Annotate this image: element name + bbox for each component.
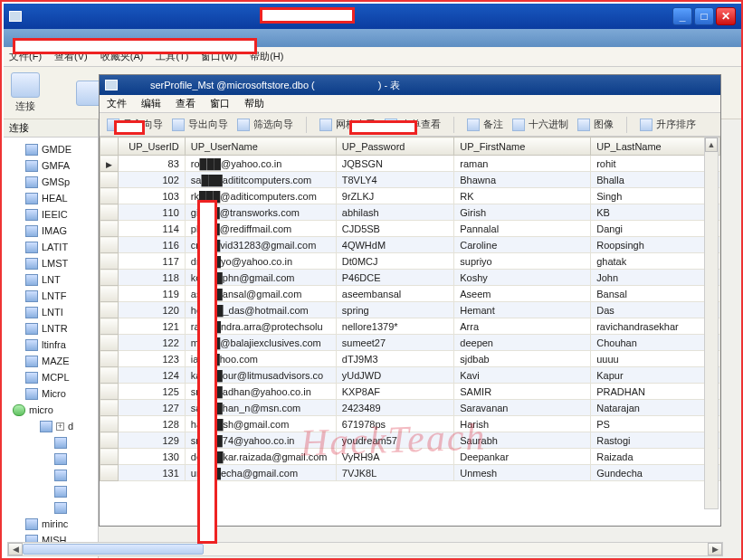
cell-firstname[interactable]: Aseem — [454, 286, 591, 302]
cell-userid[interactable]: 129 — [119, 432, 185, 449]
cell-firstname[interactable]: Koshy — [454, 270, 591, 286]
col-userid[interactable]: UP_UserID — [119, 138, 185, 156]
maximize-button[interactable]: □ — [694, 7, 714, 25]
cell-lastname[interactable]: PS — [591, 416, 720, 432]
col-firstname[interactable]: UP_FirstName — [454, 138, 591, 156]
cell-userid[interactable]: 121 — [119, 318, 185, 335]
row-marker[interactable] — [100, 237, 119, 253]
cell-userid[interactable]: 120 — [119, 302, 185, 318]
cell-userid[interactable]: 103 — [119, 188, 185, 204]
cell-password[interactable]: 9rZLKJ — [336, 188, 454, 204]
table-row[interactable]: 118ko███phn@gmail.comP46DCEKoshyJohn — [100, 270, 720, 286]
tree-item[interactable] — [5, 499, 98, 516]
tree-item[interactable]: LNTF — [5, 288, 98, 304]
cell-lastname[interactable]: ravichandrasekhar — [591, 318, 720, 335]
cell-lastname[interactable]: Singh — [591, 188, 720, 204]
cell-userid[interactable]: 130 — [119, 449, 185, 465]
cell-password[interactable]: 7VJK8L — [336, 465, 454, 481]
table-row[interactable]: 103rk███@aditicomputers.com9rZLKJRKSingh — [100, 188, 720, 204]
cell-password[interactable]: VyRH9A — [336, 449, 454, 465]
cell-password[interactable]: Dt0MCJ — [336, 253, 454, 270]
tree-item[interactable] — [5, 451, 98, 467]
tmenu-file[interactable]: 文件 — [107, 97, 127, 110]
row-marker[interactable] — [100, 156, 119, 172]
minimize-button[interactable]: _ — [672, 7, 692, 25]
horizontal-scrollbar[interactable]: ◀ ▶ — [7, 542, 723, 556]
cell-userid[interactable]: 125 — [119, 384, 185, 400]
cell-firstname[interactable]: SAMIR — [454, 384, 591, 400]
cell-password[interactable]: sumeet27 — [336, 335, 454, 351]
tree-item[interactable] — [5, 483, 98, 499]
tree-item[interactable]: +d — [5, 418, 98, 434]
table-row[interactable]: 119as███ansal@gmail.comaseembansalAseemB… — [100, 286, 720, 302]
tb-hex[interactable]: 十六进制 — [512, 118, 568, 131]
row-marker[interactable] — [100, 221, 119, 237]
table-row[interactable]: 127sa███han_n@msn.com2423489SaravananNat… — [100, 400, 720, 416]
cell-userid[interactable]: 114 — [119, 221, 185, 237]
cell-password[interactable]: youdream57 — [336, 432, 454, 449]
tmenu-view[interactable]: 查看 — [176, 97, 195, 110]
tree-item[interactable]: MAZE — [5, 353, 98, 369]
cell-lastname[interactable]: PRADHAN — [591, 384, 720, 400]
cell-lastname[interactable]: uuuu — [591, 351, 720, 367]
row-marker[interactable] — [100, 400, 119, 416]
cell-firstname[interactable]: sjdbab — [454, 351, 591, 367]
row-marker[interactable] — [100, 335, 119, 351]
row-marker[interactable] — [100, 416, 119, 432]
cell-firstname[interactable]: supriyo — [454, 253, 591, 270]
table-row[interactable]: 121ra███ndra.arra@protechsolunellore1379… — [100, 318, 720, 335]
cell-firstname[interactable]: Caroline — [454, 237, 591, 253]
table-row[interactable]: 124ka███our@litmusadvisors.coyUdJWDKaviK… — [100, 367, 720, 384]
tree-item[interactable]: micro — [5, 402, 98, 418]
cell-userid[interactable]: 128 — [119, 416, 185, 432]
row-marker[interactable] — [100, 318, 119, 335]
cell-password[interactable]: spring — [336, 302, 454, 318]
table-row[interactable]: 110gi███@transworks.comabhilashGirishKB — [100, 204, 720, 221]
table-row[interactable]: 102sa███adititcomputers.comT8VLY4BhawnaB… — [100, 172, 720, 188]
scroll-up-arrow[interactable]: ▲ — [705, 138, 718, 152]
cell-lastname[interactable]: Raizada — [591, 449, 720, 465]
row-marker[interactable] — [100, 302, 119, 318]
cell-lastname[interactable]: Rastogi — [591, 432, 720, 449]
tree-item[interactable]: LNT — [5, 271, 98, 288]
tree-item[interactable]: IMAG — [5, 223, 98, 239]
cell-userid[interactable]: 110 — [119, 204, 185, 221]
rowheader-col[interactable] — [100, 138, 119, 156]
table-row[interactable]: 123ia███hoo.comdTJ9M3sjdbabuuuu — [100, 351, 720, 367]
cell-lastname[interactable]: ghatak — [591, 253, 720, 270]
row-marker[interactable] — [100, 188, 119, 204]
tree-item[interactable]: IEEIC — [5, 206, 98, 223]
cell-userid[interactable]: 124 — [119, 367, 185, 384]
cell-lastname[interactable]: Chouhan — [591, 335, 720, 351]
cell-userid[interactable]: 83 — [119, 156, 185, 172]
row-marker[interactable] — [100, 270, 119, 286]
tb-memo[interactable]: 备注 — [467, 118, 503, 131]
table-row[interactable]: 116cr███vid31283@gmail.com4QWHdMCaroline… — [100, 237, 720, 253]
cell-firstname[interactable]: Saravanan — [454, 400, 591, 416]
cell-firstname[interactable]: Hemant — [454, 302, 591, 318]
tmenu-window[interactable]: 窗口 — [210, 97, 230, 110]
scroll-left-arrow[interactable]: ◀ — [8, 543, 23, 555]
close-button[interactable]: ✕ — [716, 7, 736, 25]
cell-firstname[interactable]: Kavi — [454, 367, 591, 384]
cell-lastname[interactable]: Natarajan — [591, 400, 720, 416]
row-marker[interactable] — [100, 384, 119, 400]
cell-userid[interactable]: 119 — [119, 286, 185, 302]
vertical-scrollbar[interactable]: ▲ — [704, 137, 719, 509]
cell-firstname[interactable]: RK — [454, 188, 591, 204]
tree-item[interactable]: LATIT — [5, 239, 98, 255]
cell-password[interactable]: KXP8AF — [336, 384, 454, 400]
row-marker[interactable] — [100, 449, 119, 465]
table-row[interactable]: 128ha███sh@gmail.com671978psHarishPS — [100, 416, 720, 432]
row-marker[interactable] — [100, 204, 119, 221]
cell-userid[interactable]: 123 — [119, 351, 185, 367]
tree-item[interactable]: HEAL — [5, 190, 98, 206]
tb-export[interactable]: 导出向导 — [172, 118, 228, 131]
cell-userid[interactable]: 118 — [119, 270, 185, 286]
cell-password[interactable]: JQBSGN — [336, 156, 454, 172]
cell-firstname[interactable]: Saurabh — [454, 432, 591, 449]
table-row[interactable]: 114pl███@rediffmail.comCJD5SBPannalalDan… — [100, 221, 720, 237]
cell-firstname[interactable]: Girish — [454, 204, 591, 221]
cell-userid[interactable]: 122 — [119, 335, 185, 351]
col-username[interactable]: UP_UserName — [185, 138, 336, 156]
